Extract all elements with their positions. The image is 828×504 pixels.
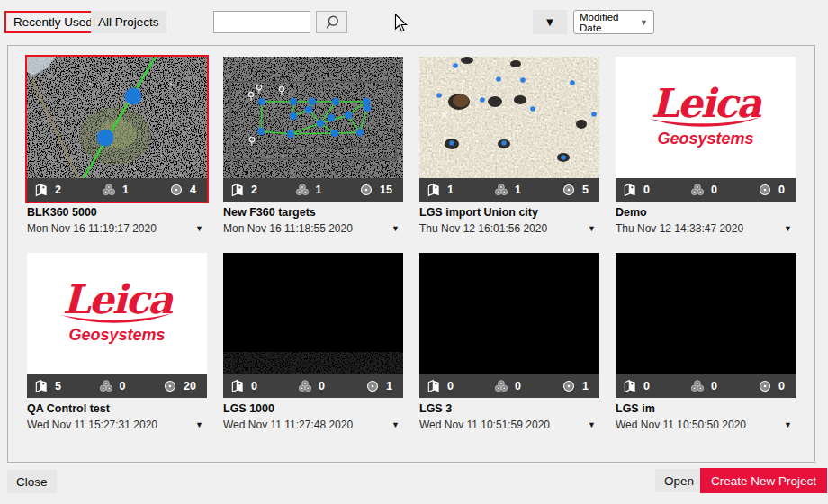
project-stats: 5 0 20 xyxy=(27,374,207,398)
leica-geosystems-logo: Leica Geosystems xyxy=(616,57,796,178)
project-modified-date: Wed Nov 11 11:27:48 2020 xyxy=(223,418,353,431)
setups-icon xyxy=(230,379,245,393)
close-button[interactable]: Close xyxy=(7,470,57,493)
black-thumbnail-art xyxy=(223,253,403,374)
setup-count: 5 xyxy=(55,380,61,392)
point-cloud-thumbnail-art xyxy=(27,57,207,178)
targets-icon xyxy=(758,379,772,393)
chevron-down-icon: ▼ xyxy=(640,18,648,27)
project-thumbnail[interactable]: Leica Geosystems xyxy=(616,57,796,178)
search-input[interactable] xyxy=(213,11,310,33)
project-card[interactable]: 0 0 1 LGS 1000 Wed Nov 11 11:27:48 2020 … xyxy=(223,253,403,431)
project-modified-date: Mon Nov 16 11:19:17 2020 xyxy=(27,222,157,235)
targets-icon xyxy=(562,183,576,197)
project-stats: 0 0 1 xyxy=(419,374,599,398)
setup-count: 0 xyxy=(251,380,257,392)
project-thumbnail[interactable]: Leica Geosystems xyxy=(27,253,207,374)
target-count: 1 xyxy=(386,380,392,392)
sort-direction-button[interactable]: ▼ xyxy=(533,10,567,34)
project-thumbnail[interactable] xyxy=(223,57,403,178)
project-thumbnail[interactable] xyxy=(27,57,207,178)
create-new-project-button[interactable]: Create New Project xyxy=(700,468,827,493)
project-title: LGS im xyxy=(616,402,796,415)
bundles-icon xyxy=(102,183,116,197)
project-menu-chevron-icon[interactable]: ▼ xyxy=(584,418,599,431)
bundles-icon xyxy=(690,183,705,197)
aerial-point-cloud-thumbnail-art xyxy=(419,57,599,178)
project-stats: 2 1 4 xyxy=(27,178,207,202)
setups-icon xyxy=(34,379,49,393)
target-count: 4 xyxy=(190,184,196,196)
search-button[interactable] xyxy=(316,11,347,33)
project-menu-chevron-icon[interactable]: ▼ xyxy=(388,418,403,431)
target-count: 1 xyxy=(582,380,589,392)
project-menu-chevron-icon[interactable]: ▼ xyxy=(780,418,796,431)
project-card[interactable]: 0 0 1 LGS 3 Wed Nov 11 10:51:59 2020 ▼ xyxy=(419,253,599,431)
project-title: Demo xyxy=(616,206,796,219)
setup-count: 2 xyxy=(55,184,61,196)
tab-recently-used[interactable]: Recently Used xyxy=(4,11,102,33)
target-count: 15 xyxy=(380,184,392,196)
project-modified-date: Wed Nov 11 10:50:50 2020 xyxy=(616,418,746,431)
project-card[interactable]: 2 1 4 BLK360 5000 Mon Nov 16 11:19:17 20… xyxy=(27,57,207,235)
project-menu-chevron-icon[interactable]: ▼ xyxy=(192,418,207,431)
project-title: LGS import Union city xyxy=(419,206,599,219)
tab-all-projects[interactable]: All Projects xyxy=(91,11,166,33)
down-triangle-icon: ▼ xyxy=(544,15,556,29)
setups-icon xyxy=(623,183,637,197)
project-card[interactable]: 1 1 5 LGS import Union city Thu Nov 12 1… xyxy=(419,57,599,235)
project-title: QA Control test xyxy=(27,402,207,415)
mouse-cursor-icon xyxy=(394,14,409,33)
project-modified-date: Thu Nov 12 16:01:56 2020 xyxy=(419,222,547,235)
project-card[interactable]: 0 0 0 LGS im Wed Nov 11 10:50:50 2020 ▼ xyxy=(616,253,796,431)
setups-icon xyxy=(623,379,637,393)
project-modified-date: Mon Nov 16 11:18:55 2020 xyxy=(223,222,353,235)
setup-count: 0 xyxy=(644,380,650,392)
setup-count: 2 xyxy=(251,184,257,196)
project-card[interactable]: Leica Geosystems 5 0 20 QA Control test … xyxy=(27,253,207,431)
open-button[interactable]: Open xyxy=(655,469,703,492)
target-count: 20 xyxy=(184,380,196,392)
target-count: 5 xyxy=(582,184,589,196)
project-stats: 0 0 0 xyxy=(616,178,796,202)
bundle-count: 0 xyxy=(120,380,126,392)
project-title: LGS 3 xyxy=(419,402,599,415)
project-menu-chevron-icon[interactable]: ▼ xyxy=(388,222,403,235)
project-menu-chevron-icon[interactable]: ▼ xyxy=(192,222,207,235)
setups-icon xyxy=(427,183,441,197)
targets-icon xyxy=(163,379,177,393)
leica-swoosh-icon xyxy=(59,312,175,323)
target-count: 0 xyxy=(778,184,785,196)
setup-count: 1 xyxy=(447,184,454,196)
bundles-icon xyxy=(99,379,113,393)
project-menu-chevron-icon[interactable]: ▼ xyxy=(780,222,796,235)
project-thumbnail[interactable] xyxy=(616,253,796,374)
bundle-count: 1 xyxy=(316,184,322,196)
project-thumbnail[interactable] xyxy=(419,253,599,374)
target-count: 0 xyxy=(778,380,785,392)
project-thumbnail[interactable] xyxy=(419,57,599,178)
project-modified-date: Wed Nov 11 10:51:59 2020 xyxy=(419,418,550,431)
setups-icon xyxy=(230,183,245,197)
project-stats: 0 0 0 xyxy=(616,374,796,398)
magnifier-icon xyxy=(323,14,341,32)
leica-logo-subtitle: Geosystems xyxy=(657,130,753,148)
bundles-icon xyxy=(298,379,312,393)
leica-logo-wordmark: Leica xyxy=(63,283,172,316)
leica-logo-wordmark: Leica xyxy=(652,86,760,120)
bundle-count: 1 xyxy=(122,184,129,196)
sort-field-value: Modified Date xyxy=(580,12,636,33)
bundle-count: 0 xyxy=(515,380,521,392)
setups-icon xyxy=(34,183,49,197)
project-thumbnail[interactable] xyxy=(223,253,403,374)
project-modified-date: Wed Nov 11 15:27:31 2020 xyxy=(27,418,158,431)
bundles-icon xyxy=(295,183,310,197)
project-menu-chevron-icon[interactable]: ▼ xyxy=(584,222,599,235)
project-card[interactable]: Leica Geosystems 0 0 0 Demo Thu Nov 12 1… xyxy=(616,57,796,235)
project-stats: 1 1 5 xyxy=(419,178,599,202)
targets-icon xyxy=(758,183,772,197)
leica-logo-subtitle: Geosystems xyxy=(68,326,165,345)
setup-count: 0 xyxy=(644,184,650,196)
project-card[interactable]: 2 1 15 New F360 targets Mon Nov 16 11:18… xyxy=(223,57,403,235)
sort-field-dropdown[interactable]: Modified Date ▼ xyxy=(573,10,654,34)
